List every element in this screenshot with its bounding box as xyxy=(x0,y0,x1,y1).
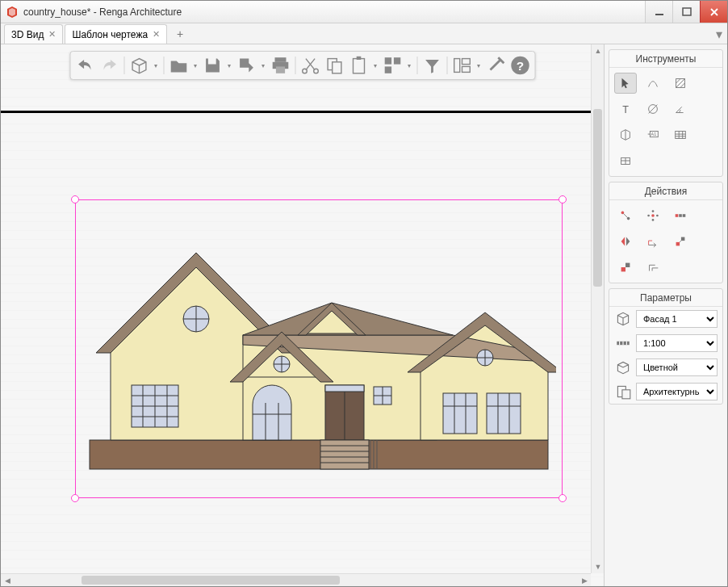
add-tab-button[interactable]: + xyxy=(172,26,188,42)
grid-tool[interactable] xyxy=(614,150,637,171)
scroll-thumb[interactable] xyxy=(593,109,602,287)
svg-point-93 xyxy=(656,215,659,217)
cube-button[interactable] xyxy=(128,55,150,76)
resize-handle[interactable] xyxy=(71,195,79,203)
select-tool[interactable] xyxy=(614,73,637,94)
hatch-tool[interactable] xyxy=(669,73,692,94)
app-icon xyxy=(6,6,19,19)
scroll-left-icon[interactable]: ◀ xyxy=(1,574,14,586)
minimize-button[interactable] xyxy=(645,1,672,23)
diameter-tool[interactable] xyxy=(642,99,664,119)
resize-handle[interactable] xyxy=(559,494,567,502)
save-button[interactable] xyxy=(201,55,224,76)
detail-icon xyxy=(614,383,632,400)
layout-button[interactable] xyxy=(450,55,473,76)
rotate-action[interactable] xyxy=(642,205,664,226)
svg-rect-64 xyxy=(320,440,369,469)
svg-rect-60 xyxy=(487,393,521,434)
panel-title: Параметры xyxy=(609,289,722,307)
tab-bar: 3D Вид ✕ Шаблон чертежа ✕ + ▾ xyxy=(1,23,727,44)
dropdown-icon[interactable]: ▾ xyxy=(475,62,483,69)
align-action[interactable] xyxy=(614,257,637,278)
array-action[interactable] xyxy=(669,205,692,226)
house-drawing[interactable] xyxy=(82,206,556,480)
redo-button[interactable] xyxy=(98,55,120,76)
vertical-scrollbar[interactable]: ▲ ▼ xyxy=(591,44,604,573)
resize-handle[interactable] xyxy=(559,195,567,203)
svg-rect-97 xyxy=(676,242,680,246)
scroll-down-icon[interactable]: ▼ xyxy=(592,560,605,573)
svg-rect-4 xyxy=(275,66,284,73)
tools-panel: Инструменты T A1 xyxy=(609,49,723,177)
svg-rect-14 xyxy=(454,59,459,73)
canvas[interactable]: ▾ ▾ ▾ ▾ ▾ ▾ ▾ ? xyxy=(1,44,605,586)
horizontal-scrollbar[interactable]: ◀ ▶ xyxy=(1,573,591,586)
scroll-right-icon[interactable]: ▶ xyxy=(578,574,591,586)
dropdown-icon[interactable]: ▾ xyxy=(405,62,413,69)
detail-select[interactable]: Архитектурнь xyxy=(636,383,718,400)
paste-button[interactable] xyxy=(347,55,370,76)
main-toolbar: ▾ ▾ ▾ ▾ ▾ ▾ ▾ ? xyxy=(69,51,535,80)
close-button[interactable] xyxy=(700,1,727,23)
svg-rect-95 xyxy=(679,214,682,217)
export-button[interactable] xyxy=(235,55,257,76)
trim-action[interactable] xyxy=(642,231,664,252)
dropdown-icon[interactable]: ▾ xyxy=(152,62,160,69)
multi-button[interactable] xyxy=(381,55,404,76)
section-tool[interactable] xyxy=(614,124,637,145)
tab-drawing-template[interactable]: Шаблон чертежа ✕ xyxy=(65,24,167,44)
close-icon[interactable]: ✕ xyxy=(153,29,160,40)
svg-rect-11 xyxy=(384,57,391,64)
help-button[interactable]: ? xyxy=(508,55,531,76)
close-icon[interactable]: ✕ xyxy=(48,29,56,40)
svg-rect-98 xyxy=(681,237,685,241)
style-icon xyxy=(614,358,632,376)
print-button[interactable] xyxy=(269,55,291,76)
params-panel: Параметры Фасад 1 1:100 Цветной Архитект… xyxy=(609,288,723,405)
view-icon xyxy=(614,310,632,328)
svg-rect-15 xyxy=(462,59,470,65)
stretch-action[interactable] xyxy=(669,231,692,252)
svg-rect-100 xyxy=(621,267,625,271)
svg-rect-9 xyxy=(353,59,364,73)
move-action[interactable] xyxy=(614,205,637,226)
svg-rect-101 xyxy=(625,263,630,267)
window-title: country_house* - Renga Architecture xyxy=(23,6,645,18)
scale-select[interactable]: 1:100 xyxy=(636,334,718,352)
dropdown-icon[interactable]: ▾ xyxy=(371,62,379,69)
scroll-up-icon[interactable]: ▲ xyxy=(592,44,605,57)
svg-point-6 xyxy=(313,69,318,73)
view-select[interactable]: Фасад 1 xyxy=(636,310,718,328)
scroll-thumb[interactable] xyxy=(82,576,340,585)
dropdown-icon[interactable]: ▾ xyxy=(259,62,267,69)
open-button[interactable] xyxy=(167,55,190,76)
line-tool[interactable] xyxy=(642,73,664,94)
chevron-down-icon[interactable]: ▾ xyxy=(716,27,722,42)
panel-title: Действия xyxy=(609,182,722,200)
settings-button[interactable] xyxy=(484,55,507,76)
svg-line-99 xyxy=(680,241,681,242)
copy-button[interactable] xyxy=(323,55,345,76)
svg-rect-78 xyxy=(676,132,686,139)
dropdown-icon[interactable]: ▾ xyxy=(191,62,199,69)
offset-action[interactable] xyxy=(642,257,664,278)
title-bar: country_house* - Renga Architecture xyxy=(1,1,727,23)
resize-handle[interactable] xyxy=(71,494,79,502)
table-tool[interactable] xyxy=(669,124,692,145)
svg-rect-96 xyxy=(683,214,686,217)
maximize-button[interactable] xyxy=(672,1,700,23)
dropdown-icon[interactable]: ▾ xyxy=(225,62,233,69)
svg-rect-8 xyxy=(332,62,341,73)
angle-tool[interactable] xyxy=(669,99,692,119)
svg-rect-94 xyxy=(676,214,679,217)
mirror-action[interactable] xyxy=(614,231,637,252)
style-select[interactable]: Цветной xyxy=(636,358,718,376)
cut-button[interactable] xyxy=(299,55,321,76)
undo-button[interactable] xyxy=(73,55,96,76)
filter-button[interactable] xyxy=(420,55,443,76)
actions-panel: Действия xyxy=(609,182,723,283)
tab-3d-view[interactable]: 3D Вид ✕ xyxy=(4,24,63,44)
text-tool[interactable]: T xyxy=(614,99,637,119)
svg-rect-16 xyxy=(462,66,470,72)
annotation-tool[interactable]: A1 xyxy=(642,124,664,145)
